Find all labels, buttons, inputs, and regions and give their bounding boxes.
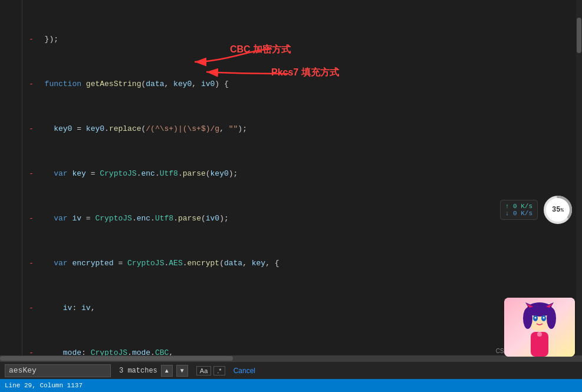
search-bar: 3 matches ▲ ▼ Aa .* Cancel Line 29, Colu… bbox=[0, 361, 582, 392]
status-line-col: Line 29, Column 1137 bbox=[5, 382, 83, 389]
speed-widget-area: ↑ 0 K/s ↓ 0 K/s 35% bbox=[500, 195, 573, 225]
scrollbar-thumb[interactable] bbox=[577, 18, 581, 53]
match-count: 3 matches bbox=[119, 367, 157, 375]
svg-point-7 bbox=[547, 308, 556, 329]
avatar-image bbox=[504, 298, 575, 357]
line-numbers: 30 bbox=[0, 0, 22, 355]
search-row: 3 matches ▲ ▼ Aa .* Cancel bbox=[0, 362, 582, 379]
search-input[interactable] bbox=[5, 364, 111, 377]
svg-point-11 bbox=[543, 317, 545, 319]
svg-point-6 bbox=[523, 308, 532, 329]
speed-up: ↑ 0 K/s bbox=[505, 203, 532, 210]
code-line: - iv: iv, bbox=[27, 302, 582, 314]
avatar-svg bbox=[504, 298, 575, 357]
code-line: - }); bbox=[27, 34, 582, 45]
svg-point-10 bbox=[535, 317, 537, 319]
code-line: - function getAesString(data, key0, iv0)… bbox=[27, 78, 582, 90]
code-content[interactable]: - }); - function getAesString(data, key0… bbox=[22, 0, 582, 355]
cancel-search-button[interactable]: Cancel bbox=[234, 367, 255, 375]
h-scrollbar-thumb[interactable] bbox=[0, 356, 233, 361]
progress-percent: 35% bbox=[552, 206, 564, 214]
progress-circle-container: 35% bbox=[542, 195, 573, 225]
code-area: 30 - }); - function getAesString(data, k… bbox=[0, 0, 582, 355]
code-line: - var iv = CryptoJS.enc.Utf8.parse(iv0); bbox=[27, 213, 582, 224]
vertical-scrollbar[interactable] bbox=[576, 0, 582, 355]
code-line: - key0 = key0.replace(/(^\s+)|(\s+$)/g, … bbox=[27, 123, 582, 134]
code-line: - var key = CryptoJS.enc.Utf8.parse(key0… bbox=[27, 168, 582, 179]
search-options: Aa .* bbox=[196, 366, 225, 375]
speed-down: ↓ 0 K/s bbox=[505, 210, 532, 217]
regex-button[interactable]: .* bbox=[213, 366, 225, 375]
svg-point-13 bbox=[537, 332, 542, 337]
horizontal-scrollbar[interactable] bbox=[0, 355, 582, 361]
match-case-button[interactable]: Aa bbox=[196, 366, 211, 375]
editor-container: 30 - }); - function getAesString(data, k… bbox=[0, 0, 582, 361]
status-bar: Line 29, Column 1137 bbox=[0, 379, 582, 392]
speed-display: ↑ 0 K/s ↓ 0 K/s bbox=[500, 200, 538, 220]
search-prev-button[interactable]: ▲ bbox=[161, 365, 173, 377]
code-line: - var encrypted = CryptoJS.AES.encrypt(d… bbox=[27, 258, 582, 269]
search-next-button[interactable]: ▼ bbox=[176, 365, 188, 377]
